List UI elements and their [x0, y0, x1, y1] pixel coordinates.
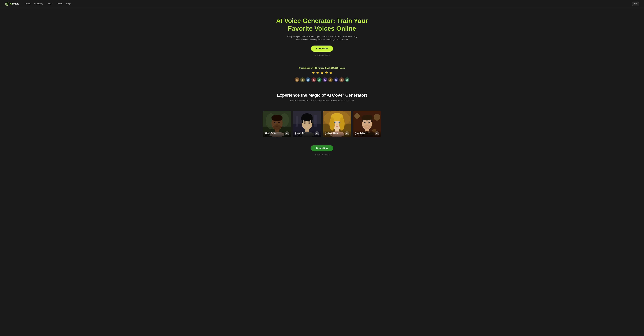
- nav-right: + C: [632, 2, 639, 6]
- svg-point-5: [302, 80, 304, 81]
- svg-point-63: [339, 122, 340, 123]
- svg-point-32: [275, 122, 276, 123]
- svg-rect-41: [302, 117, 312, 120]
- logo-icon: [5, 2, 9, 6]
- nav-pricing[interactable]: Pricing: [57, 3, 62, 5]
- svg-point-84: [363, 125, 371, 129]
- svg-point-34: [273, 125, 281, 130]
- svg-point-54: [330, 117, 335, 130]
- svg-point-15: [329, 80, 332, 81]
- bottom-no-credit-text: No credit card needed: [3, 154, 641, 156]
- svg-point-14: [330, 78, 331, 80]
- svg-point-31: [278, 122, 280, 123]
- svg-point-46: [304, 122, 306, 124]
- svg-rect-37: [296, 116, 298, 126]
- avatar-4: [311, 77, 316, 82]
- svg-point-21: [346, 80, 348, 81]
- svg-point-6: [308, 78, 309, 80]
- svg-rect-42: [302, 120, 303, 122]
- voice-card-madison: Madison Blake America woman ▶: [323, 111, 351, 137]
- svg-point-16: [335, 78, 336, 80]
- svg-point-17: [335, 80, 337, 81]
- svg-rect-38: [314, 115, 317, 126]
- svg-rect-43: [311, 120, 312, 122]
- svg-point-4: [302, 78, 303, 80]
- play-button-ethan[interactable]: ▶: [285, 131, 289, 135]
- svg-point-8: [313, 78, 314, 80]
- trust-section: Trusted and loved by more than 1,000,000…: [0, 62, 644, 85]
- tools-chevron-icon: ▾: [52, 3, 52, 4]
- svg-point-60: [334, 122, 335, 123]
- hero-subtitle: Easily train your favorite voices or you…: [285, 35, 359, 41]
- no-credit-text: No credit card needed: [265, 54, 379, 56]
- svg-rect-72: [362, 118, 372, 120]
- svg-point-79: [364, 122, 365, 123]
- bottom-cta: Create Now No credit card needed: [0, 142, 644, 158]
- trust-text: Trusted and loved by more than 1,000,000…: [3, 67, 641, 69]
- avatar-3: [306, 77, 310, 82]
- play-button-jihoon[interactable]: ▶: [315, 131, 319, 135]
- svg-point-11: [318, 80, 320, 81]
- hero-section: AI Voice Generator: Train Your Favorite …: [262, 8, 382, 62]
- nav-tools[interactable]: Tools ▾: [47, 3, 52, 5]
- svg-point-55: [339, 117, 344, 130]
- voice-card-ryan: Ryan Caldwell America man ▶: [353, 111, 381, 137]
- magic-section: Experience the Magic of AI Cover Generat…: [0, 85, 644, 111]
- star-4: ★: [325, 70, 328, 75]
- create-now-button-secondary[interactable]: Create Now: [311, 145, 333, 151]
- nav-home[interactable]: Home: [26, 3, 30, 5]
- svg-point-3: [296, 80, 298, 81]
- logo[interactable]: Aimusic: [5, 2, 19, 6]
- svg-point-68: [374, 114, 380, 121]
- svg-point-64: [336, 124, 338, 125]
- svg-point-10: [318, 78, 320, 80]
- svg-rect-73: [362, 119, 363, 122]
- avatar-9: [339, 77, 344, 82]
- svg-point-27: [272, 115, 282, 121]
- svg-point-12: [324, 78, 326, 80]
- magic-subtitle: Discover Stunning Examples of Unique AI …: [3, 99, 641, 102]
- star-5: ★: [329, 70, 332, 75]
- svg-point-48: [306, 124, 308, 126]
- nav-blogs[interactable]: Blogs: [66, 3, 71, 5]
- avatars-row: [3, 77, 641, 82]
- svg-point-82: [369, 122, 370, 123]
- svg-point-13: [324, 80, 326, 81]
- avatar-6: [322, 77, 327, 82]
- svg-point-67: [354, 113, 360, 119]
- nav-community[interactable]: Community: [34, 3, 43, 5]
- avatar-7: [328, 77, 333, 82]
- svg-point-2: [296, 78, 298, 80]
- svg-point-18: [341, 78, 342, 80]
- svg-point-0: [6, 2, 9, 6]
- voice-cards: Ethan Parker Canada man ▶: [0, 111, 644, 142]
- stars-row: ★ ★ ★ ★ ★: [3, 70, 641, 75]
- magic-title: Experience the Magic of AI Cover Generat…: [3, 93, 641, 98]
- avatar-8: [334, 77, 338, 82]
- voice-card-jihoon: Jihoon Kim Korea man ▶: [293, 111, 321, 137]
- svg-point-47: [308, 122, 310, 124]
- svg-rect-74: [371, 119, 372, 122]
- star-2: ★: [316, 70, 319, 75]
- svg-point-9: [312, 80, 315, 81]
- hero-title: AI Voice Generator: Train Your Favorite …: [265, 17, 379, 32]
- svg-point-65: [336, 126, 338, 127]
- svg-point-20: [346, 78, 348, 80]
- voice-card-ethan: Ethan Parker Canada man ▶: [263, 111, 291, 137]
- create-now-button-primary[interactable]: Create Now: [311, 46, 333, 52]
- svg-point-1: [7, 4, 8, 5]
- avatar-10: [344, 77, 350, 82]
- plus-button[interactable]: + C: [632, 2, 639, 6]
- navbar: Aimusic Home Community Tools ▾ Pricing B…: [0, 0, 644, 8]
- avatar-2: [300, 77, 305, 82]
- play-button-madison[interactable]: ▶: [345, 131, 349, 135]
- avatar-5: [317, 77, 322, 82]
- star-3: ★: [320, 70, 324, 75]
- svg-point-19: [340, 80, 342, 81]
- star-1: ★: [312, 70, 315, 75]
- nav-links: Home Community Tools ▾ Pricing Blogs: [26, 3, 632, 5]
- svg-point-7: [307, 80, 309, 81]
- play-button-ryan[interactable]: ▶: [375, 131, 379, 135]
- avatar-1: [294, 77, 300, 82]
